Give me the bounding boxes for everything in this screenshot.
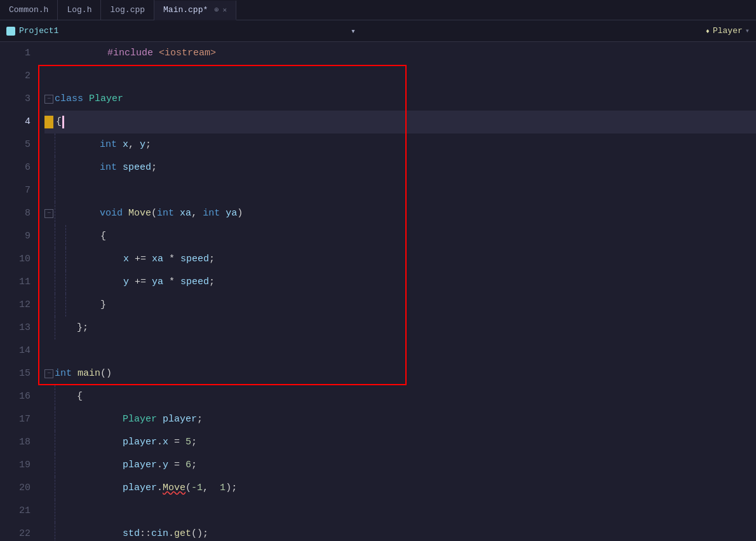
line-num-12: 12 (8, 294, 30, 317)
code-text (77, 454, 123, 477)
code-text (77, 408, 123, 431)
line-num-20: 20 (8, 477, 30, 500)
code-text (77, 431, 123, 454)
code-area[interactable]: 1 2 3 4 5 6 7 8 9 10 11 12 13 14 15 16 1… (0, 42, 756, 541)
code-text: xa (152, 248, 163, 271)
code-text: (); (191, 523, 208, 541)
dropdown-arrow: ▾ (351, 26, 356, 36)
code-text (78, 248, 123, 271)
code-text: -1 (191, 477, 203, 500)
code-text: int (203, 202, 220, 225)
project-icon (6, 27, 15, 36)
line-num-8: 8 (8, 202, 30, 225)
code-line-2 (44, 65, 756, 88)
code-text: Player (123, 408, 157, 431)
line-num-9: 9 (8, 225, 30, 248)
line-num-16: 16 (8, 385, 30, 408)
line-num-13: 13 (8, 317, 30, 339)
indent-guide-1 (55, 202, 55, 225)
code-text: () (100, 362, 112, 385)
fold-icon-3[interactable]: − (44, 95, 53, 104)
close-tab-icon[interactable]: ✕ (223, 6, 227, 14)
code-text: += (129, 248, 152, 271)
pin-icon: ⊕ (214, 5, 219, 15)
code-text: y (123, 271, 129, 294)
code-text: ; (191, 454, 197, 477)
code-line-19: player.y = 6; (44, 454, 756, 477)
symbol-icon: ⬧ (705, 26, 710, 36)
yellow-marker (44, 116, 53, 128)
code-text: cin (151, 523, 168, 541)
indent-guide-1 (55, 523, 55, 541)
code-text: void (100, 202, 123, 225)
code-text: x (123, 134, 128, 156)
code-text: ); (226, 477, 237, 500)
code-text (72, 362, 78, 385)
code-text: get (174, 523, 191, 541)
indent-guide-1 (55, 248, 55, 271)
code-text: speed (180, 271, 209, 294)
line-num-17: 17 (8, 408, 30, 431)
fold-icon-15[interactable]: − (44, 369, 53, 378)
code-text (83, 88, 89, 111)
code-text: 6 (186, 454, 191, 477)
code-line-16: { (44, 385, 756, 408)
line-num-18: 18 (8, 431, 30, 454)
code-content[interactable]: #include <iostream> −class Player { int … (38, 42, 756, 541)
code-text: . (157, 477, 163, 500)
code-text: = (168, 431, 186, 454)
line-num-4: 4 (8, 111, 30, 134)
code-text: x (163, 431, 168, 454)
code-text (220, 202, 226, 225)
code-text (153, 42, 159, 65)
code-line-9: { (44, 225, 756, 248)
code-text: . (168, 523, 174, 541)
code-text: int (100, 134, 117, 156)
indent-guide-1 (55, 179, 55, 202)
code-text: int (55, 362, 72, 385)
code-text: main (78, 362, 100, 385)
tab-main-cpp[interactable]: Main.cpp* ⊕ ✕ (154, 1, 236, 20)
code-text: , (203, 477, 220, 500)
code-text: int (100, 156, 117, 179)
code-text (78, 271, 123, 294)
line-num-5: 5 (8, 134, 30, 156)
code-text: y (140, 134, 145, 156)
code-text: class (55, 88, 83, 111)
code-text: player (123, 477, 157, 500)
project-dropdown[interactable]: ▾ (351, 26, 356, 36)
text-cursor (62, 116, 64, 128)
code-line-21 (44, 500, 756, 523)
line-num-14: 14 (8, 339, 30, 362)
tab-common-h[interactable]: Common.h (0, 0, 58, 20)
code-text: Player (89, 88, 123, 111)
indent-guide-1 (55, 500, 55, 523)
code-text: x (123, 248, 129, 271)
tab-log-cpp[interactable]: log.cpp (101, 0, 154, 20)
code-text: Move (163, 477, 186, 500)
symbol-nav[interactable]: ⬧ Player ▾ (705, 26, 750, 36)
code-text: ; (209, 271, 215, 294)
line-numbers: 1 2 3 4 5 6 7 8 9 10 11 12 13 14 15 16 1… (0, 42, 38, 541)
code-text: } (78, 294, 106, 317)
indent-guide-1 (55, 317, 55, 339)
tab-label: Main.cpp* (163, 5, 208, 15)
line-num-22: 22 (8, 523, 30, 541)
project-bar: Project1 ▾ ⬧ Player ▾ (0, 20, 756, 42)
indent-guide-2 (65, 271, 66, 294)
tab-bar: Common.h Log.h log.cpp Main.cpp* ⊕ ✕ (0, 0, 756, 20)
code-line-12: } (44, 294, 756, 317)
code-line-8: − void Move(int xa, int ya) (44, 202, 756, 225)
code-text: 5 (186, 431, 191, 454)
line-num-2: 2 (8, 65, 30, 88)
project-name[interactable]: Project1 (6, 26, 346, 36)
indent-guide-2 (65, 225, 66, 248)
code-text: * (163, 248, 180, 271)
fold-icon-8[interactable]: − (44, 209, 53, 218)
code-text: speed (123, 156, 151, 179)
code-line-7 (44, 179, 756, 202)
code-text: #include (107, 42, 153, 65)
line-num-21: 21 (8, 500, 30, 523)
tab-log-h[interactable]: Log.h (58, 0, 101, 20)
code-line-5: int x, y; (44, 134, 756, 156)
